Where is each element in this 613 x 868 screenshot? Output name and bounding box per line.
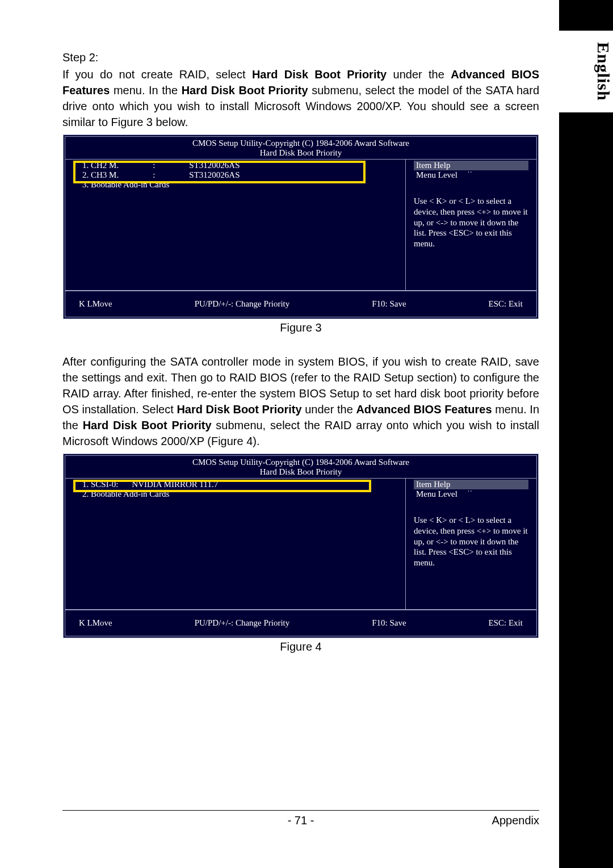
step2-paragraph: If you do not create RAID, select Hard D…: [62, 66, 539, 130]
mid-b1: Hard Disk Boot Priority: [177, 403, 301, 416]
cell: ST3120026AS: [189, 161, 274, 170]
figure-4-label: Figure 4: [62, 640, 539, 653]
footer-section: Appendix: [492, 814, 539, 827]
bios-row: 2. Bootable Add-in Cards: [82, 489, 252, 499]
menu-level: Menu Level ' ': [414, 489, 528, 499]
bios-title: CMOS Setup Utility-Copyright (C) 1984-20…: [65, 137, 536, 148]
footer-move: K LMove: [79, 618, 112, 628]
menu-level: Menu Level ' ': [414, 170, 528, 180]
step2-t1: If you do not create RAID, select: [62, 68, 252, 81]
side-tab-language: English: [559, 31, 613, 112]
footer-exit: ESC: Exit: [489, 299, 523, 309]
footer-move: K LMove: [79, 299, 112, 309]
cell: :: [153, 161, 189, 170]
bios-row: 1. CH2 M.:ST3120026AS: [82, 161, 274, 170]
item-help-header: Item Help: [414, 161, 528, 170]
bios-left-panel-fig3: 1. CH2 M.:ST3120026AS 2. CH3 M.:ST312002…: [65, 160, 406, 290]
bios-row: 1. SCSI-0:NVIDIA MIRROR 111.7: [82, 480, 252, 489]
step2-t2: under the: [387, 68, 451, 81]
step2-b1: Hard Disk Boot Priority: [252, 68, 387, 81]
page-body: Step 2: If you do not create RAID, selec…: [62, 51, 539, 653]
bios-footer: K LMove PU/PD/+/-: Change Priority F10: …: [65, 290, 536, 317]
mid-b3: Hard Disk Boot Priority: [83, 419, 212, 431]
help-text: Use < K> or < L> to select a device, the…: [414, 515, 528, 568]
figure-3-label: Figure 3: [62, 321, 539, 334]
step2-t3: menu. In the: [110, 84, 181, 97]
cell: 3. Bootable Add-in Cards: [82, 180, 274, 190]
item-help-header: Item Help: [414, 480, 528, 489]
bios-subtitle: Hard Disk Boot Priority: [65, 148, 536, 160]
bios-subtitle: Hard Disk Boot Priority: [65, 467, 536, 479]
footer-change: PU/PD/+/-: Change Priority: [195, 618, 290, 628]
footer-exit: ESC: Exit: [489, 618, 523, 628]
footer-change: PU/PD/+/-: Change Priority: [195, 299, 290, 309]
page-number: - 71 -: [288, 814, 314, 827]
footer-save: F10: Save: [372, 618, 406, 628]
bios-right-panel-fig4: Item Help Menu Level ' ' Use < K> or < L…: [406, 479, 536, 609]
page-footer: - 71 - Appendix: [62, 810, 539, 827]
bios-title: CMOS Setup Utility-Copyright (C) 1984-20…: [65, 456, 536, 467]
cell: ST3120026AS: [189, 170, 274, 180]
step2-b3: Hard Disk Boot Priority: [182, 84, 308, 97]
cell: 2. Bootable Add-in Cards: [82, 489, 252, 499]
bios-left-panel-fig4: 1. SCSI-0:NVIDIA MIRROR 111.7 2. Bootabl…: [65, 479, 406, 609]
cell: :: [153, 170, 189, 180]
footer-save: F10: Save: [372, 299, 406, 309]
mid-b2: Advanced BIOS Features: [356, 403, 492, 416]
step2-title: Step 2:: [62, 51, 539, 64]
cell: 2. CH3 M.: [82, 170, 153, 180]
bios-row: 3. Bootable Add-in Cards: [82, 180, 274, 190]
side-tab-black: English: [559, 0, 613, 868]
bios-row: 2. CH3 M.:ST3120026AS: [82, 170, 274, 180]
mid-paragraph: After configuring the SATA controller mo…: [62, 354, 539, 449]
bios-figure-3: CMOS Setup Utility-Copyright (C) 1984-20…: [63, 135, 539, 319]
bios-right-panel-fig3: Item Help Menu Level ' ' Use < K> or < L…: [406, 160, 536, 290]
mid-t2: under the: [302, 403, 356, 416]
help-text: Use < K> or < L> to select a device, the…: [414, 196, 528, 249]
bios-figure-4: CMOS Setup Utility-Copyright (C) 1984-20…: [63, 454, 539, 638]
cell: 1. SCSI-0:: [82, 480, 132, 489]
cell: 1. CH2 M.: [82, 161, 153, 170]
cell: NVIDIA MIRROR 111.7: [132, 480, 252, 489]
bios-footer: K LMove PU/PD/+/-: Change Priority F10: …: [65, 609, 536, 636]
